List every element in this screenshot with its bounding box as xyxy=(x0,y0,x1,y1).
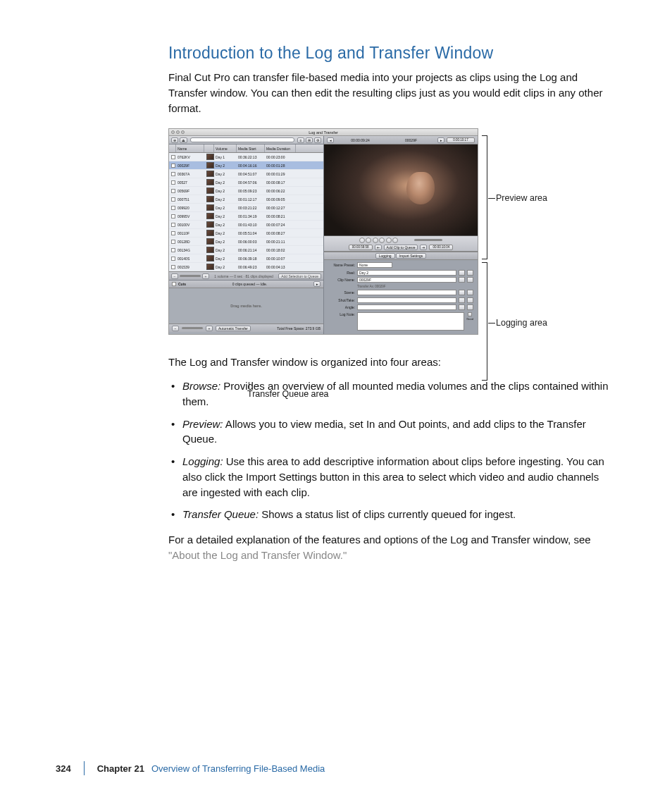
queue-status: 0 clips queued — Idle. xyxy=(186,282,313,286)
tab-import-settings[interactable]: Import Settings xyxy=(396,253,427,259)
clip-name-label: Clip Name: xyxy=(328,278,355,282)
queue-zoom-in[interactable]: + xyxy=(206,326,213,331)
zoom-slider[interactable] xyxy=(180,275,201,277)
search-input[interactable] xyxy=(190,137,294,142)
tab-logging[interactable]: Logging xyxy=(375,253,395,259)
shot-field[interactable] xyxy=(357,297,456,303)
set-out-button[interactable]: ⇥ xyxy=(420,245,427,250)
play-reverse-button[interactable] xyxy=(373,238,378,243)
angle-inc-button[interactable] xyxy=(459,304,465,310)
browse-row[interactable]: 00029FDay 200:04:16:1600:00:01:28 xyxy=(169,161,323,170)
browse-row[interactable]: 00367ADay 200:04:51:0700:00:01:29 xyxy=(169,170,323,178)
transfer-as-label: Transfer As: 00029F xyxy=(357,285,386,288)
step-fwd-button[interactable] xyxy=(386,238,392,243)
clip-info-bar: ◂ 00:00:09:24 00029F ▸ 0:00:10:17 xyxy=(324,136,478,144)
col-media-duration[interactable]: Media Duration xyxy=(265,144,296,152)
col-volume[interactable]: Volume xyxy=(214,144,237,152)
shot-menu-button[interactable] xyxy=(467,297,473,303)
good-checkbox[interactable] xyxy=(468,312,472,316)
browse-status: 1 volume — 0 sec · 81 clips displayed xyxy=(211,274,277,278)
queue-drop-area[interactable]: Drag media here. xyxy=(169,288,323,324)
add-clip-button[interactable]: Add Clip to Queue xyxy=(384,245,418,250)
browse-row[interactable]: 00100VDay 200:01:43:1000:00:07:24 xyxy=(169,221,323,229)
go-end-button[interactable] xyxy=(392,238,398,243)
browse-body: 0762KVDay 100:36:22:1300:00:23:0000029FD… xyxy=(169,153,323,271)
window-buttons xyxy=(171,130,185,134)
browse-row[interactable]: 000751Day 200:01:12:1700:00:09:05 xyxy=(169,195,323,204)
browse-row[interactable]: 00527Day 200:04:57:0600:00:08:17 xyxy=(169,178,323,187)
clip-name-field[interactable]: 00029F xyxy=(357,277,456,283)
scene-inc-button[interactable] xyxy=(459,290,465,295)
angle-menu-button[interactable] xyxy=(467,304,473,310)
step-back-button[interactable] xyxy=(366,238,371,243)
body-paragraph-2: For a detailed explanation of the featur… xyxy=(168,532,612,563)
scene-menu-button[interactable] xyxy=(467,290,473,295)
go-start-button[interactable] xyxy=(359,238,365,243)
play-button[interactable] xyxy=(379,238,385,243)
free-space-label: Total Free Space: 273.9 GB xyxy=(254,326,321,331)
reel-label: Reel: xyxy=(328,271,355,275)
logging-tabs: Logging Import Settings xyxy=(324,252,478,260)
view-grid-button[interactable]: ⊞ xyxy=(306,137,313,143)
figure-container: Log and Transfer ⊕ ⏏ ≡ ⊞ ⚙ xyxy=(168,128,612,335)
col-name[interactable]: Name xyxy=(176,144,204,152)
angle-label: Angle: xyxy=(328,305,355,309)
angle-field[interactable] xyxy=(357,304,456,310)
out-timecode[interactable]: 00:00:10:04 xyxy=(429,245,453,250)
queue-action-button[interactable]: ▸ xyxy=(313,281,321,287)
set-in-button[interactable]: ⇤ xyxy=(375,245,382,250)
next-clip-button[interactable]: ▸ xyxy=(437,137,444,143)
browse-row[interactable]: 00569FDay 200:05:09:2300:00:06:22 xyxy=(169,187,323,195)
browse-row[interactable]: 001539Day 200:06:49:2300:00:04:13 xyxy=(169,263,323,271)
list-item: Preview: Allows you to view media, set I… xyxy=(168,417,612,448)
zoom-in-button[interactable]: + xyxy=(202,273,209,279)
browse-row[interactable]: 00128DDay 200:06:00:0300:00:21:11 xyxy=(169,238,323,246)
lognote-label: Log Note: xyxy=(328,312,355,316)
intro-paragraph: Final Cut Pro can transfer file-based me… xyxy=(168,70,612,116)
shot-label: Shot/Take: xyxy=(328,298,355,302)
browse-row[interactable]: 00140SDay 200:06:39:1800:00:10:07 xyxy=(169,254,323,263)
add-selection-button[interactable]: Add Selection to Queue xyxy=(278,273,321,279)
clipname-inc-button[interactable] xyxy=(459,277,465,283)
reel-inc-button[interactable] xyxy=(459,270,465,276)
browse-panel: ⊕ ⏏ ≡ ⊞ ⚙ Name Volume Media Sta xyxy=(169,136,324,334)
clip-start-tc: 00:00:09:24 xyxy=(336,138,385,142)
browse-row[interactable]: 00134GDay 200:06:21:1400:00:18:02 xyxy=(169,246,323,254)
clipname-menu-button[interactable] xyxy=(467,277,473,283)
scrub-tc: 0:00:10:17 xyxy=(447,137,475,143)
queue-zoom-out[interactable]: − xyxy=(172,326,179,331)
auto-transfer-button[interactable]: Automatic Transfer xyxy=(216,326,251,331)
reel-field[interactable]: Day 2 xyxy=(357,270,456,276)
name-preset-label: Name Preset: xyxy=(328,263,355,267)
view-list-button[interactable]: ≡ xyxy=(297,137,304,143)
queue-disclosure[interactable] xyxy=(172,282,176,286)
queue-zoom-slider[interactable] xyxy=(182,327,203,329)
gear-button[interactable]: ⚙ xyxy=(314,137,321,143)
browse-toolbar: ⊕ ⏏ ≡ ⊞ ⚙ xyxy=(169,136,323,144)
name-preset-field[interactable]: None xyxy=(357,262,392,268)
log-transfer-window: Log and Transfer ⊕ ⏏ ≡ ⊞ ⚙ xyxy=(168,128,478,335)
lognote-field[interactable] xyxy=(357,312,464,331)
browse-row[interactable]: 00110FDay 200:05:51:0400:00:08:27 xyxy=(169,229,323,238)
add-folder-button[interactable]: ⊕ xyxy=(171,137,178,143)
areas-list: Browse: Provides an overview of all moun… xyxy=(168,378,612,522)
list-item: Logging: Use this area to add descriptiv… xyxy=(168,454,612,500)
preview-viewer[interactable] xyxy=(324,144,478,236)
browse-row[interactable]: 009920Day 200:03:21:2200:00:12:27 xyxy=(169,204,323,212)
page-heading: Introduction to the Log and Transfer Win… xyxy=(168,44,612,63)
chapter-label: Chapter 21 xyxy=(97,763,144,774)
list-item: Browse: Provides an overview of all moun… xyxy=(168,378,612,409)
in-timecode[interactable]: 00:00:58:58 xyxy=(349,245,373,250)
prev-clip-button[interactable]: ◂ xyxy=(327,137,334,143)
zoom-out-button[interactable]: − xyxy=(171,273,178,279)
jog-slider[interactable] xyxy=(414,239,442,241)
reel-menu-button[interactable] xyxy=(467,270,473,276)
eject-button[interactable]: ⏏ xyxy=(180,137,187,143)
browse-row[interactable]: 0762KVDay 100:36:22:1300:00:23:00 xyxy=(169,153,323,161)
scene-field[interactable] xyxy=(357,290,456,295)
xref-link[interactable]: "About the Log and Transfer Window." xyxy=(168,549,347,561)
page-number: 324 xyxy=(56,763,71,774)
col-media-start[interactable]: Media Start xyxy=(237,144,265,152)
browse-row[interactable]: 00995VDay 200:01:34:1900:00:08:21 xyxy=(169,212,323,221)
shot-inc-button[interactable] xyxy=(459,297,465,303)
